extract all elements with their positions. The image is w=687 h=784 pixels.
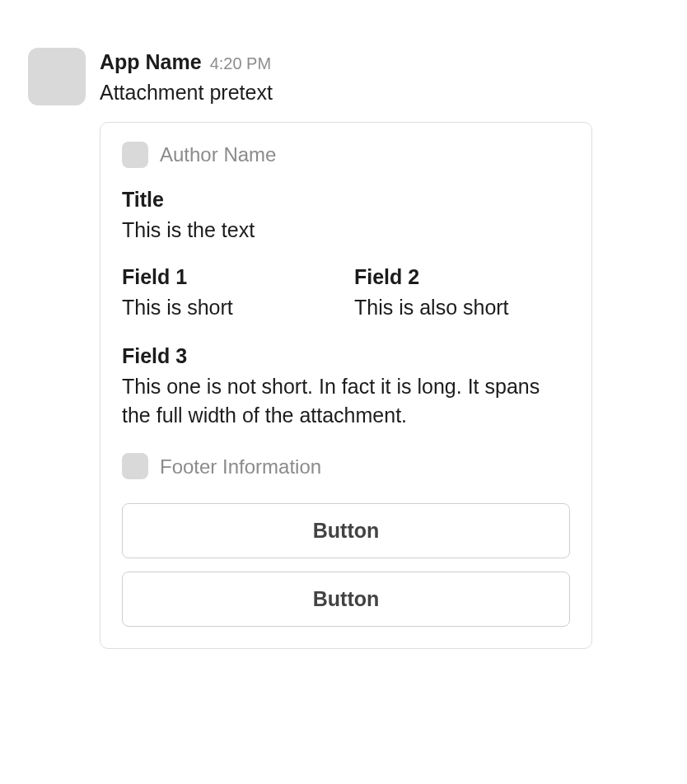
field-value: This one is not short. In fact it is lon…	[122, 372, 570, 430]
attachment-text: This is the text	[122, 216, 570, 245]
action-button[interactable]: Button	[122, 503, 570, 558]
attachment-footer: Footer Information	[122, 453, 570, 481]
attachment-pretext: Attachment pretext	[100, 78, 662, 107]
field-title: Field 2	[354, 263, 570, 292]
action-button[interactable]: Button	[122, 572, 570, 627]
field-value: This is short	[122, 293, 338, 322]
attachment-fields: Field 1 This is short Field 2 This is al…	[122, 263, 570, 430]
message-timestamp: 4:20 PM	[210, 52, 271, 75]
attachment-title: Title	[122, 185, 570, 214]
field-title: Field 1	[122, 263, 338, 292]
footer-icon	[122, 453, 148, 479]
field: Field 2 This is also short	[354, 263, 570, 322]
field-title: Field 3	[122, 342, 570, 371]
attachment-actions: Button Button	[122, 503, 570, 627]
field-value: This is also short	[354, 293, 570, 322]
slack-message: App Name 4:20 PM Attachment pretext Auth…	[0, 0, 687, 665]
field: Field 3 This one is not short. In fact i…	[122, 342, 570, 430]
message-body: App Name 4:20 PM Attachment pretext Auth…	[100, 48, 662, 649]
app-name: App Name	[100, 48, 202, 77]
author-name: Author Name	[160, 141, 276, 169]
attachment-author: Author Name	[122, 141, 570, 169]
app-avatar	[28, 48, 86, 105]
message-header: App Name 4:20 PM	[100, 48, 662, 77]
attachment-card: Author Name Title This is the text Field…	[100, 122, 592, 649]
field: Field 1 This is short	[122, 263, 338, 322]
footer-text: Footer Information	[160, 453, 321, 481]
author-icon	[122, 142, 148, 168]
